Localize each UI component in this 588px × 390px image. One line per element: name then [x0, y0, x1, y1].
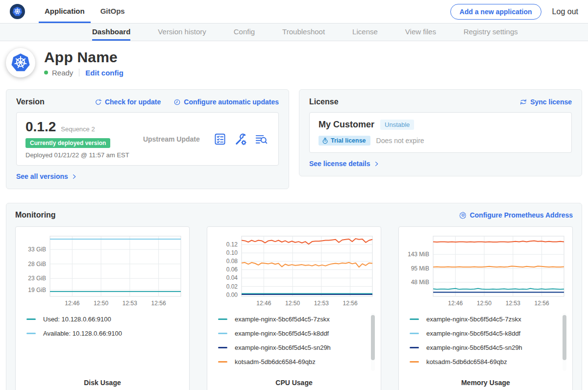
legend-item: example-nginx-5bc6f5d4c5-7zskx [218, 312, 375, 326]
ready-status-dot [44, 71, 48, 74]
top-nav: Application GitOps Add a new application… [0, 0, 588, 24]
memory-usage-legend: example-nginx-5bc6f5d4c5-7zskxexample-ng… [405, 312, 566, 376]
cpu-usage-chart: 0.000.020.040.060.080.100.1212:4612:5012… [213, 233, 375, 307]
tab-application[interactable]: Application [39, 0, 91, 23]
channel-badge: Unstable [380, 120, 414, 130]
version-sequence: Sequence 2 [61, 125, 95, 133]
subtab-troubleshoot[interactable]: Troubleshoot [282, 24, 325, 41]
svg-text:48 MiB: 48 MiB [411, 279, 429, 286]
monitoring-title: Monitoring [15, 211, 56, 219]
charts-row: 19 GiB23 GiB28 GiB33 GiB12:4612:5012:531… [15, 226, 573, 390]
check-for-update-link[interactable]: Check for update [95, 98, 161, 106]
svg-text:12:53: 12:53 [506, 300, 520, 307]
brand-logo[interactable] [10, 0, 25, 23]
subtab-config[interactable]: Config [234, 24, 255, 41]
svg-text:23 GiB: 23 GiB [28, 275, 46, 282]
legend-scrollbar-thumb[interactable] [563, 315, 566, 360]
legend-item: example-nginx-5bc6f5d4c5-7zskx [410, 312, 566, 326]
refresh-icon [95, 98, 102, 106]
disk-usage-card: 19 GiB23 GiB28 GiB33 GiB12:4612:5012:531… [15, 226, 190, 390]
cards-row: Version Check for update Configure autom… [0, 85, 588, 189]
legend-label: example-nginx-5bc6f5d4c5-7zskx [235, 316, 330, 323]
chart-title: Disk Usage [22, 376, 183, 389]
legend-item: example-nginx-5bc6f5d4c5-sn29h [218, 341, 375, 355]
cpu-usage-legend: example-nginx-5bc6f5d4c5-7zskxexample-ng… [213, 312, 375, 376]
svg-text:19 GiB: 19 GiB [28, 287, 46, 293]
legend-label: example-nginx-5bc6f5d4c5-sn29h [426, 344, 522, 351]
top-nav-right: Add a new application Log out [450, 0, 578, 23]
svg-text:0.02: 0.02 [226, 283, 238, 290]
svg-text:12:53: 12:53 [314, 300, 329, 307]
sync-icon [519, 98, 527, 106]
subtab-registry-settings[interactable]: Registry settings [464, 24, 518, 41]
legend-scrollbar-track[interactable] [563, 313, 566, 371]
legend-color-dash [26, 318, 36, 320]
cpu-usage-card: 0.000.020.040.060.080.100.1212:4612:5012… [207, 226, 381, 390]
preflight-checks-icon[interactable] [214, 133, 226, 146]
svg-text:12:46: 12:46 [256, 300, 271, 307]
legend-color-dash [218, 347, 227, 348]
legend-item: Used: 10.128.0.66:9100 [26, 312, 183, 326]
subtab-view-files[interactable]: View files [405, 24, 436, 41]
configure-automatic-updates-link[interactable]: Configure automatic updates [173, 98, 279, 106]
svg-text:12:46: 12:46 [65, 300, 79, 307]
legend-label: example-nginx-5bc6f5d4c5-k8ddf [426, 330, 520, 337]
subtab-license[interactable]: License [352, 24, 378, 41]
add-new-application-button[interactable]: Add a new application [450, 4, 541, 20]
legend-color-dash [218, 318, 227, 320]
chevron-right-icon [71, 173, 77, 180]
legend-color-dash [410, 361, 419, 363]
svg-text:12:56: 12:56 [151, 300, 166, 307]
license-expiry: Does not expire [376, 137, 424, 145]
logout-link[interactable]: Log out [552, 7, 578, 16]
svg-text:0.08: 0.08 [226, 258, 238, 265]
deployed-timestamp: Deployed 01/21/22 @ 11:57 am EST [25, 151, 129, 159]
legend-scrollbar-track[interactable] [371, 313, 375, 371]
configure-prometheus-link[interactable]: Configure Prometheus Address [459, 211, 573, 219]
legend-label: example-nginx-5bc6f5d4c5-sn29h [235, 344, 331, 351]
legend-color-dash [218, 333, 227, 334]
sync-license-link[interactable]: Sync license [519, 98, 572, 106]
status-text: Ready [52, 69, 73, 77]
svg-text:12:53: 12:53 [122, 300, 137, 307]
chevron-right-icon [373, 161, 380, 167]
divider [79, 69, 79, 76]
disk-usage-chart: 19 GiB23 GiB28 GiB33 GiB12:4612:5012:531… [22, 233, 183, 307]
see-all-versions-link[interactable]: See all versions [16, 172, 77, 180]
app-header: App Name Ready Edit config [0, 41, 588, 85]
legend-color-dash [218, 361, 227, 363]
chart-title: Memory Usage [405, 376, 566, 389]
svg-text:12:50: 12:50 [94, 300, 108, 307]
kubernetes-logo-icon [10, 4, 25, 19]
legend-label: kotsadm-5db6dc6584-69qbz [235, 358, 316, 366]
svg-text:12:50: 12:50 [477, 300, 491, 307]
svg-text:95 MiB: 95 MiB [411, 265, 429, 272]
svg-text:0.12: 0.12 [226, 241, 238, 248]
legend-label: Available: 10.128.0.66:9100 [43, 330, 122, 337]
monitoring-panel: Monitoring Configure Prometheus Address … [6, 203, 582, 390]
version-number: 0.1.2 [25, 119, 56, 135]
view-logs-icon[interactable] [255, 133, 268, 146]
disk-usage-legend: Used: 10.128.0.66:9100Available: 10.128.… [22, 312, 183, 376]
legend-scrollbar-thumb[interactable] [371, 315, 375, 360]
legend-item: kotsadm-5db6dc6584-69qbz [218, 355, 375, 369]
sub-nav: Dashboard Version history Config Trouble… [0, 24, 588, 41]
subtab-dashboard[interactable]: Dashboard [92, 24, 130, 41]
svg-text:0.00: 0.00 [226, 292, 238, 298]
tab-gitops[interactable]: GitOps [95, 0, 131, 23]
svg-text:33 GiB: 33 GiB [28, 246, 46, 253]
memory-usage-card: 48 MiB95 MiB143 MiB12:4612:5012:5312:56 … [398, 226, 573, 390]
legend-color-dash [410, 333, 419, 334]
svg-text:12:56: 12:56 [343, 300, 358, 307]
svg-text:0.06: 0.06 [226, 266, 238, 273]
see-license-details-link[interactable]: See license details [309, 160, 380, 168]
version-card: Version Check for update Configure autom… [6, 89, 289, 189]
version-source-label: Upstream Update [129, 135, 214, 143]
legend-item: example-nginx-5bc6f5d4c5-k8ddf [410, 326, 566, 341]
current-version-row: 0.1.2 Sequence 2 Currently deployed vers… [16, 112, 279, 166]
page-title: App Name [44, 49, 123, 66]
subtab-version-history[interactable]: Version history [158, 24, 206, 41]
svg-text:12:56: 12:56 [535, 300, 549, 307]
edit-config-link[interactable]: Edit config [85, 69, 123, 77]
config-wrench-icon[interactable] [234, 133, 247, 146]
